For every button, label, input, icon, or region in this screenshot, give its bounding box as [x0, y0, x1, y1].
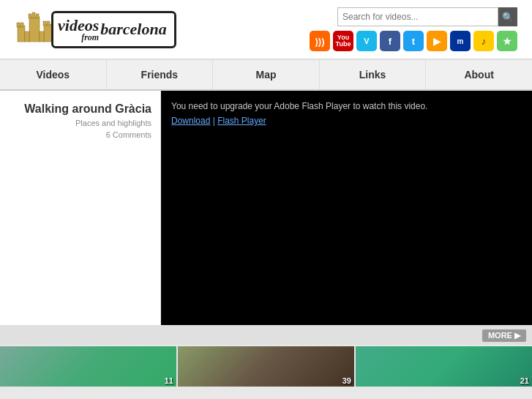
- svg-rect-0: [18, 26, 25, 42]
- svg-rect-2: [20, 23, 23, 27]
- logo-box: videos from barcelona: [51, 11, 176, 48]
- social-icons: ))) YouTube V f t ▶ m ♪: [310, 31, 517, 51]
- castle-icon: [15, 10, 55, 50]
- flash-message: You need to upgrade your Adobe Flash Pla…: [171, 101, 427, 111]
- flash-player-link[interactable]: Flash Player: [217, 116, 266, 126]
- logo-area: videos from barcelona: [15, 10, 176, 50]
- facebook-icon[interactable]: f: [380, 31, 400, 51]
- more-button[interactable]: MORE ▶: [482, 329, 526, 342]
- svg-rect-6: [36, 14, 39, 18]
- svg-rect-5: [32, 12, 35, 18]
- flash-links: Download | Flash Player: [171, 116, 266, 126]
- search-bar: 🔍: [337, 7, 517, 26]
- vimeo-icon[interactable]: V: [356, 31, 377, 51]
- sidebar: Walking around Gràcia Places and highlig…: [0, 91, 161, 325]
- thumb-count-3: 21: [520, 376, 529, 385]
- svg-rect-3: [29, 17, 40, 42]
- feed-icon[interactable]: ▶: [427, 31, 447, 51]
- nav-item-map[interactable]: Map: [213, 60, 320, 89]
- thumbnail-2[interactable]: 39: [178, 346, 354, 387]
- rss-icon[interactable]: ))): [310, 31, 330, 51]
- thumb-count-2: 39: [342, 376, 351, 385]
- thumbnails-row: 11 39 21: [0, 345, 532, 388]
- nav: Videos Friends Map Links About: [0, 59, 532, 91]
- more-bar: MORE ▶: [0, 325, 532, 345]
- svg-rect-4: [29, 14, 31, 18]
- download-link[interactable]: Download: [171, 116, 210, 126]
- nav-item-videos[interactable]: Videos: [0, 60, 107, 89]
- music-icon[interactable]: ♪: [473, 31, 494, 51]
- svg-rect-8: [43, 21, 46, 26]
- video-category: Places and highlights: [12, 119, 151, 127]
- logo-barcelona: barcelona: [100, 20, 166, 39]
- search-button[interactable]: 🔍: [498, 7, 517, 26]
- nav-item-friends[interactable]: Friends: [107, 60, 214, 89]
- header: videos from barcelona 🔍 ))) YouTube V f: [0, 0, 532, 59]
- main-content: Walking around Gràcia Places and highlig…: [0, 91, 532, 325]
- svg-rect-11: [40, 31, 44, 42]
- logo-from: from: [81, 32, 99, 43]
- video-title: Walking around Gràcia: [12, 102, 151, 116]
- thumb-count-1: 11: [165, 376, 173, 385]
- svg-rect-9: [47, 21, 50, 26]
- search-input[interactable]: [337, 7, 498, 26]
- myspace-icon[interactable]: m: [450, 31, 471, 51]
- header-right: 🔍 ))) YouTube V f t ▶ m: [310, 7, 517, 51]
- youtube-icon[interactable]: YouTube: [333, 31, 353, 51]
- svg-rect-1: [17, 23, 20, 27]
- svg-rect-10: [25, 31, 29, 42]
- twitter-icon[interactable]: t: [403, 31, 424, 51]
- thumbnail-1[interactable]: 11: [0, 346, 176, 387]
- video-comments[interactable]: 6 Comments: [12, 130, 151, 139]
- video-player: You need to upgrade your Adobe Flash Pla…: [161, 91, 532, 325]
- nav-item-about[interactable]: About: [426, 60, 532, 89]
- thumbnail-3[interactable]: 21: [356, 346, 532, 387]
- nav-item-links[interactable]: Links: [320, 60, 427, 89]
- app-icon[interactable]: ★: [497, 31, 517, 51]
- search-icon: 🔍: [502, 12, 514, 23]
